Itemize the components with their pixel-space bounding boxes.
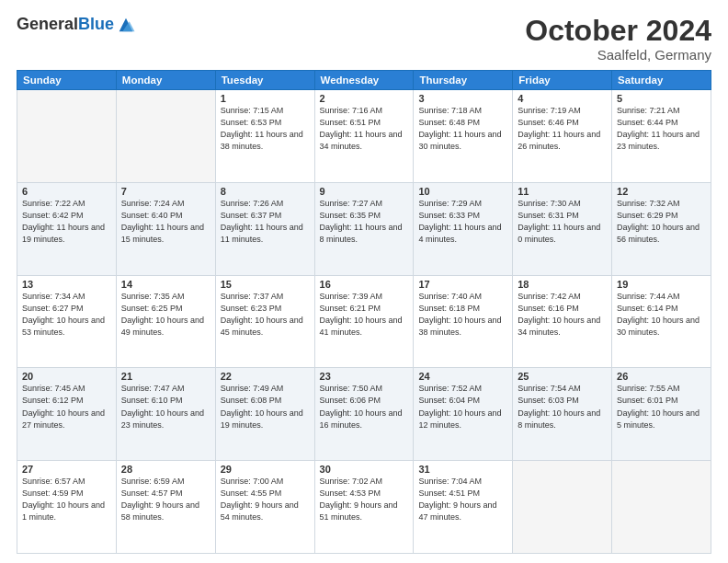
day-number: 20 (22, 371, 111, 382)
day-number: 12 (617, 186, 706, 197)
day-info: Sunrise: 7:16 AM Sunset: 6:51 PM Dayligh… (320, 105, 409, 153)
day-info: Sunrise: 7:34 AM Sunset: 6:27 PM Dayligh… (22, 291, 111, 339)
calendar-week-row: 20Sunrise: 7:45 AM Sunset: 6:12 PM Dayli… (17, 368, 711, 461)
calendar-week-row: 27Sunrise: 6:57 AM Sunset: 4:59 PM Dayli… (17, 461, 711, 554)
day-number: 1 (221, 93, 310, 104)
calendar-cell: 9Sunrise: 7:27 AM Sunset: 6:35 PM Daylig… (314, 182, 414, 275)
logo-general: General (17, 15, 78, 33)
location: Saalfeld, Germany (525, 47, 711, 63)
day-number: 18 (518, 279, 607, 290)
calendar-page: GeneralBlue October 2024 Saalfeld, Germa… (0, 0, 728, 563)
calendar-cell: 15Sunrise: 7:37 AM Sunset: 6:23 PM Dayli… (215, 275, 314, 368)
day-number: 11 (518, 186, 607, 197)
calendar-cell: 1Sunrise: 7:15 AM Sunset: 6:53 PM Daylig… (215, 90, 314, 183)
calendar-cell: 31Sunrise: 7:04 AM Sunset: 4:51 PM Dayli… (414, 461, 513, 554)
day-number: 8 (221, 186, 310, 197)
calendar-cell: 30Sunrise: 7:02 AM Sunset: 4:53 PM Dayli… (314, 461, 414, 554)
calendar-cell: 11Sunrise: 7:30 AM Sunset: 6:31 PM Dayli… (513, 182, 612, 275)
calendar-cell: 12Sunrise: 7:32 AM Sunset: 6:29 PM Dayli… (612, 182, 711, 275)
day-number: 14 (121, 279, 210, 290)
calendar-cell: 5Sunrise: 7:21 AM Sunset: 6:44 PM Daylig… (612, 90, 711, 183)
calendar-cell: 10Sunrise: 7:29 AM Sunset: 6:33 PM Dayli… (414, 182, 513, 275)
day-number: 24 (418, 371, 507, 382)
calendar-cell: 27Sunrise: 6:57 AM Sunset: 4:59 PM Dayli… (17, 461, 117, 554)
calendar-header: SundayMondayTuesdayWednesdayThursdayFrid… (17, 71, 711, 90)
day-info: Sunrise: 7:22 AM Sunset: 6:42 PM Dayligh… (22, 198, 111, 246)
day-info: Sunrise: 7:54 AM Sunset: 6:03 PM Dayligh… (518, 383, 607, 431)
calendar-cell: 2Sunrise: 7:16 AM Sunset: 6:51 PM Daylig… (314, 90, 414, 183)
day-number: 21 (121, 371, 210, 382)
calendar-cell: 3Sunrise: 7:18 AM Sunset: 6:48 PM Daylig… (414, 90, 513, 183)
day-info: Sunrise: 7:47 AM Sunset: 6:10 PM Dayligh… (121, 383, 210, 431)
day-number: 16 (320, 279, 409, 290)
day-number: 31 (418, 464, 507, 475)
day-number: 27 (22, 464, 111, 475)
title-block: October 2024 Saalfeld, Germany (525, 15, 711, 63)
day-number: 29 (221, 464, 310, 475)
day-number: 23 (320, 371, 409, 382)
day-number: 22 (221, 371, 310, 382)
calendar-cell: 23Sunrise: 7:50 AM Sunset: 6:06 PM Dayli… (314, 368, 414, 461)
day-info: Sunrise: 7:44 AM Sunset: 6:14 PM Dayligh… (617, 291, 706, 339)
day-number: 30 (320, 464, 409, 475)
calendar-cell: 7Sunrise: 7:24 AM Sunset: 6:40 PM Daylig… (116, 182, 215, 275)
calendar-cell: 4Sunrise: 7:19 AM Sunset: 6:46 PM Daylig… (513, 90, 612, 183)
day-number: 19 (617, 279, 706, 290)
calendar-cell: 22Sunrise: 7:49 AM Sunset: 6:08 PM Dayli… (215, 368, 314, 461)
day-info: Sunrise: 7:45 AM Sunset: 6:12 PM Dayligh… (22, 383, 111, 431)
day-number: 10 (418, 186, 507, 197)
day-info: Sunrise: 7:02 AM Sunset: 4:53 PM Dayligh… (320, 476, 409, 523)
day-number: 9 (320, 186, 409, 197)
day-info: Sunrise: 7:18 AM Sunset: 6:48 PM Dayligh… (418, 105, 507, 153)
day-number: 13 (22, 279, 111, 290)
calendar-cell: 19Sunrise: 7:44 AM Sunset: 6:14 PM Dayli… (612, 275, 711, 368)
day-info: Sunrise: 7:24 AM Sunset: 6:40 PM Dayligh… (121, 198, 210, 246)
calendar-week-row: 1Sunrise: 7:15 AM Sunset: 6:53 PM Daylig… (17, 90, 711, 183)
calendar-cell: 8Sunrise: 7:26 AM Sunset: 6:37 PM Daylig… (215, 182, 314, 275)
day-info: Sunrise: 7:00 AM Sunset: 4:55 PM Dayligh… (221, 476, 310, 523)
calendar-cell: 29Sunrise: 7:00 AM Sunset: 4:55 PM Dayli… (215, 461, 314, 554)
day-number: 28 (121, 464, 210, 475)
calendar-table: SundayMondayTuesdayWednesdayThursdayFrid… (17, 70, 711, 554)
calendar-cell: 17Sunrise: 7:40 AM Sunset: 6:18 PM Dayli… (414, 275, 513, 368)
day-info: Sunrise: 7:55 AM Sunset: 6:01 PM Dayligh… (617, 383, 706, 431)
calendar-cell (612, 461, 711, 554)
day-info: Sunrise: 7:40 AM Sunset: 6:18 PM Dayligh… (418, 291, 507, 339)
weekday-saturday: Saturday (612, 71, 711, 90)
calendar-body: 1Sunrise: 7:15 AM Sunset: 6:53 PM Daylig… (17, 90, 711, 554)
weekday-tuesday: Tuesday (215, 71, 314, 90)
day-info: Sunrise: 7:52 AM Sunset: 6:04 PM Dayligh… (418, 383, 507, 431)
calendar-cell: 25Sunrise: 7:54 AM Sunset: 6:03 PM Dayli… (513, 368, 612, 461)
calendar-cell: 26Sunrise: 7:55 AM Sunset: 6:01 PM Dayli… (612, 368, 711, 461)
day-info: Sunrise: 7:27 AM Sunset: 6:35 PM Dayligh… (320, 198, 409, 246)
day-info: Sunrise: 7:30 AM Sunset: 6:31 PM Dayligh… (518, 198, 607, 246)
weekday-monday: Monday (116, 71, 215, 90)
day-info: Sunrise: 7:35 AM Sunset: 6:25 PM Dayligh… (121, 291, 210, 339)
logo-blue: Blue (78, 15, 114, 33)
weekday-friday: Friday (513, 71, 612, 90)
month-title: October 2024 (525, 15, 711, 47)
weekday-thursday: Thursday (414, 71, 513, 90)
day-info: Sunrise: 7:19 AM Sunset: 6:46 PM Dayligh… (518, 105, 607, 153)
day-number: 6 (22, 186, 111, 197)
calendar-cell: 6Sunrise: 7:22 AM Sunset: 6:42 PM Daylig… (17, 182, 117, 275)
day-number: 3 (418, 93, 507, 104)
day-number: 15 (221, 279, 310, 290)
day-info: Sunrise: 6:59 AM Sunset: 4:57 PM Dayligh… (121, 476, 210, 523)
day-info: Sunrise: 7:26 AM Sunset: 6:37 PM Dayligh… (221, 198, 310, 246)
day-info: Sunrise: 7:39 AM Sunset: 6:21 PM Dayligh… (320, 291, 409, 339)
day-number: 4 (518, 93, 607, 104)
logo-icon (116, 15, 136, 35)
weekday-sunday: Sunday (17, 71, 117, 90)
calendar-cell: 14Sunrise: 7:35 AM Sunset: 6:25 PM Dayli… (116, 275, 215, 368)
calendar-cell: 18Sunrise: 7:42 AM Sunset: 6:16 PM Dayli… (513, 275, 612, 368)
day-info: Sunrise: 7:37 AM Sunset: 6:23 PM Dayligh… (221, 291, 310, 339)
day-info: Sunrise: 7:21 AM Sunset: 6:44 PM Dayligh… (617, 105, 706, 153)
day-info: Sunrise: 7:42 AM Sunset: 6:16 PM Dayligh… (518, 291, 607, 339)
day-info: Sunrise: 7:04 AM Sunset: 4:51 PM Dayligh… (418, 476, 507, 523)
calendar-cell (116, 90, 215, 183)
day-info: Sunrise: 6:57 AM Sunset: 4:59 PM Dayligh… (22, 476, 111, 523)
day-info: Sunrise: 7:15 AM Sunset: 6:53 PM Dayligh… (221, 105, 310, 153)
day-number: 17 (418, 279, 507, 290)
calendar-week-row: 13Sunrise: 7:34 AM Sunset: 6:27 PM Dayli… (17, 275, 711, 368)
